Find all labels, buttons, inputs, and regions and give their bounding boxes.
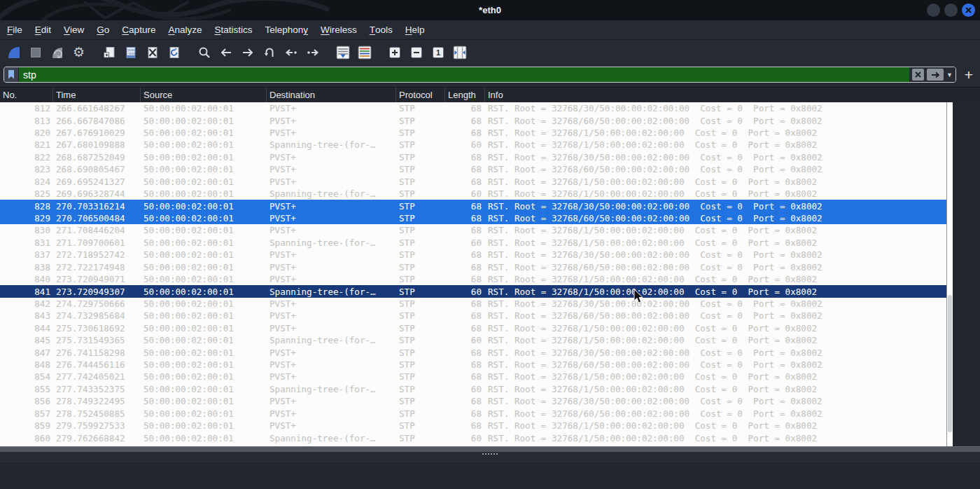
window-title: *eth0 [0,0,980,20]
right-background [953,102,980,446]
column-header-protocol[interactable]: Protocol [396,88,445,102]
packet-row-824[interactable]: 824269.69524132750:00:00:02:00:01PVST+ST… [0,176,946,188]
cell-destination: PVST+ [267,128,396,138]
display-filter-input[interactable]: stp [19,67,909,82]
start-capture-button[interactable] [3,43,24,62]
packet-row-837[interactable]: 837272.71895274250:00:00:02:00:01PVST+ST… [0,249,946,261]
filter-bookmark-button[interactable] [4,67,19,82]
packet-row-828[interactable]: 828270.70331621450:00:00:02:00:01PVST+ST… [0,200,946,212]
packet-row-842[interactable]: 842274.72975066650:00:00:02:00:01PVST+ST… [0,298,946,310]
cell-length: 68 [445,164,485,174]
cell-destination: Spanning-tree-(for-… [267,287,396,297]
packet-row-856[interactable]: 856278.74932249550:00:00:02:00:01PVST+ST… [0,395,946,407]
scrollbar-thumb[interactable] [948,295,952,432]
go-forward-button[interactable] [237,43,258,62]
packet-row-857[interactable]: 857278.75245088550:00:00:02:00:01PVST+ST… [0,408,946,420]
menu-view[interactable]: View [57,20,90,39]
packet-row-844[interactable]: 844275.73061869250:00:00:02:00:01PVST+ST… [0,322,946,334]
column-header-no[interactable]: No. [0,88,53,102]
vertical-scrollbar[interactable] [946,102,953,446]
resize-columns-button[interactable] [449,43,470,62]
packet-row-848[interactable]: 848276.74445611650:00:00:02:00:01PVST+ST… [0,359,946,371]
close-file-button[interactable] [141,43,163,62]
reload-file-button[interactable] [163,43,185,62]
packet-row-860[interactable]: 860279.76266884250:00:00:02:00:01Spannin… [0,432,946,443]
menu-help[interactable]: Help [399,20,431,39]
column-header-time[interactable]: Time [53,88,141,102]
restart-capture-button[interactable] [46,43,68,62]
packet-row-843[interactable]: 843274.73298568450:00:00:02:00:01PVST+ST… [0,310,946,322]
menu-wireless[interactable]: Wireless [314,20,363,39]
packet-row-825[interactable]: 825269.69632874450:00:00:02:00:01Spannin… [0,188,946,200]
packet-row-822[interactable]: 822268.68725204950:00:00:02:00:01PVST+ST… [0,151,946,163]
open-file-icon [102,46,116,60]
zoom-in-button[interactable] [384,43,405,62]
menu-file[interactable]: File [1,20,29,39]
menu-capture[interactable]: Capture [115,20,162,39]
cell-no: 845 [0,335,53,345]
cell-length: 68 [445,177,485,187]
cell-destination: PVST+ [267,116,396,126]
menu-edit[interactable]: Edit [29,20,57,39]
cell-no: 828 [0,201,53,212]
filter-add-button[interactable]: + [961,67,976,83]
open-file-button[interactable] [98,43,120,62]
capture-options-button[interactable]: ⚙ [68,43,90,62]
colorize-packets-button[interactable] [354,43,375,62]
filter-clear-button[interactable] [912,69,924,81]
go-last-packet-button[interactable] [302,43,323,62]
save-file-button[interactable]: 01011010 [120,43,141,62]
packet-row-859[interactable]: 859279.75992753350:00:00:02:00:01PVST+ST… [0,420,946,432]
packet-row-840[interactable]: 840273.72094907150:00:00:02:00:01PVST+ST… [0,273,946,285]
column-header-destination[interactable]: Destination [267,88,396,102]
packet-row-841[interactable]: 841273.72094930750:00:00:02:00:01Spannin… [0,285,946,297]
minimize-button[interactable] [927,4,940,17]
column-header-source[interactable]: Source [141,88,267,102]
packet-row-823[interactable]: 823268.69080546750:00:00:02:00:01PVST+ST… [0,163,946,175]
maximize-button[interactable] [944,4,958,17]
cell-no: 859 [0,420,53,431]
go-back-button[interactable] [215,43,237,62]
packet-row-821[interactable]: 821267.68010988850:00:00:02:00:01Spannin… [0,139,946,151]
packet-row-830[interactable]: 830271.70844620450:00:00:02:00:01PVST+ST… [0,224,946,236]
auto-scroll-button[interactable] [332,43,354,62]
cell-protocol: STP [396,116,445,126]
column-header-info[interactable]: Info [485,88,980,102]
cell-protocol: STP [396,177,445,187]
filter-apply-button[interactable] [927,69,944,81]
packet-row-813[interactable]: 813266.66784708650:00:00:02:00:01PVST+ST… [0,114,946,126]
go-to-packet-button[interactable] [258,43,280,62]
packet-row-847[interactable]: 847276.74115829850:00:00:02:00:01PVST+ST… [0,346,946,358]
horizontal-scrollbar[interactable] [0,446,980,452]
menu-analyze[interactable]: Analyze [162,20,208,39]
cell-time: 268.690805467 [53,164,141,174]
menu-tools[interactable]: Tools [363,20,399,39]
packet-row-854[interactable]: 854277.74240502150:00:00:02:00:01PVST+ST… [0,371,946,383]
menu-go[interactable]: Go [90,20,115,39]
cell-info: RST. Root = 32768/60/50:00:00:02:00:00 C… [485,359,946,370]
cell-length: 68 [445,116,485,126]
packet-row-855[interactable]: 855277.74335237550:00:00:02:00:01Spannin… [0,383,946,395]
close-button[interactable] [962,4,975,17]
zoom-out-button[interactable] [405,43,427,62]
find-packet-button[interactable] [193,43,215,62]
column-header-length[interactable]: Length [445,88,485,102]
cell-no: 860 [0,433,53,443]
splitter-handle[interactable] [482,453,498,455]
packet-row-812[interactable]: 812266.66164826750:00:00:02:00:01PVST+ST… [0,102,946,114]
go-first-packet-button[interactable] [280,43,302,62]
packet-row-838[interactable]: 838272.72217494850:00:00:02:00:01PVST+ST… [0,261,946,273]
cell-destination: PVST+ [267,396,396,406]
cell-info: RST. Root = 32768/30/50:00:00:02:00:00 C… [485,201,946,212]
apply-arrow-icon [931,71,940,78]
packet-row-829[interactable]: 829270.70650048450:00:00:02:00:01PVST+ST… [0,212,946,224]
cell-length: 68 [445,213,485,223]
packet-row-820[interactable]: 820267.67691002950:00:00:02:00:01PVST+ST… [0,127,946,139]
menu-telephony[interactable]: Telephony [258,20,314,39]
zoom-100-button[interactable]: 1 [427,43,449,62]
menu-statistics[interactable]: Statistics [208,20,258,39]
filter-dropdown-caret[interactable]: ▼ [946,71,953,78]
packet-row-831[interactable]: 831271.70970060150:00:00:02:00:01Spannin… [0,237,946,249]
stop-capture-button[interactable] [24,43,46,62]
packet-row-845[interactable]: 845275.73154936550:00:00:02:00:01Spannin… [0,334,946,346]
